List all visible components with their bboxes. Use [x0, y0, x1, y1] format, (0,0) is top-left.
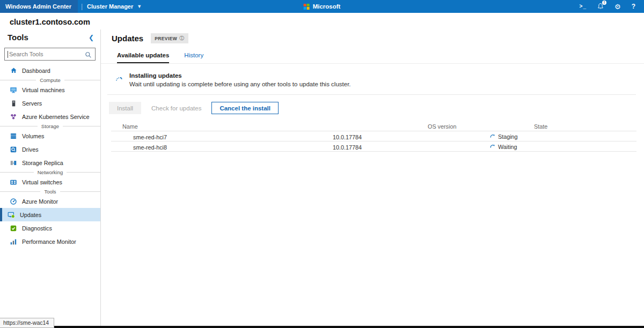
help-icon[interactable]: ? — [632, 3, 635, 10]
top-app-bar: Windows Admin Center | Cluster Manager ▼… — [0, 0, 644, 13]
sidebar-item-label: Volumes — [22, 133, 44, 139]
virtual-machines-icon — [10, 86, 17, 94]
sidebar-title: Tools — [8, 33, 28, 42]
servers-icon — [10, 100, 17, 107]
notifications-bell-icon[interactable]: ! — [597, 3, 604, 11]
tab-history[interactable]: History — [184, 52, 203, 63]
notification-badge: ! — [602, 1, 606, 5]
install-button[interactable]: Install — [109, 102, 141, 114]
search-tools-input[interactable] — [5, 48, 95, 60]
group-label: Storage — [38, 123, 63, 129]
azure-monitor-icon — [10, 198, 17, 205]
tools-sidebar: Tools ❮ DashboardComputeVirtual machines… — [0, 29, 101, 326]
state-label: Waiting — [498, 144, 517, 150]
column-header-name[interactable]: Name — [122, 123, 138, 130]
brand-label: Microsoft — [313, 3, 341, 10]
sidebar-item-label: Storage Replica — [22, 160, 63, 166]
column-header-state[interactable]: State — [534, 123, 547, 130]
cell-state: Staging — [490, 133, 518, 140]
sidebar-item-label: Drives — [22, 146, 39, 153]
sidebar-item-label: Virtual machines — [22, 87, 65, 93]
solution-title[interactable]: Cluster Manager — [87, 3, 133, 10]
updates-icon — [8, 211, 15, 219]
search-tools-box — [4, 48, 96, 61]
spinner-icon — [115, 74, 123, 84]
sidebar-item-storage-replica[interactable]: Storage Replica — [0, 156, 100, 169]
window-bottom-edge — [0, 326, 644, 328]
sidebar-group-compute: Compute — [0, 77, 100, 83]
dashboard-home-icon — [10, 67, 17, 74]
solution-chevron-down-icon[interactable]: ▼ — [137, 4, 142, 9]
sidebar-group-storage: Storage — [0, 123, 100, 129]
group-label: Tools — [40, 189, 60, 195]
preview-badge: PREVIEW ⓘ — [151, 33, 188, 43]
notice-title: Installing updates — [129, 72, 351, 79]
sidebar-collapse-chevron-icon[interactable]: ❮ — [89, 34, 94, 41]
drives-icon — [10, 146, 17, 153]
sidebar-item-servers[interactable]: Servers — [0, 96, 100, 110]
sidebar-item-label: Azure Monitor — [22, 198, 58, 205]
tab-rule — [101, 63, 644, 64]
cell-name: sme-red-hci8 — [133, 144, 167, 151]
sidebar-item-label: Performance Monitor — [22, 238, 76, 245]
notice-description: Wait until updating is complete before u… — [129, 81, 351, 87]
state-spinner-icon — [490, 144, 495, 150]
cell-name: sme-red-hci7 — [133, 134, 167, 140]
powershell-console-icon[interactable]: >_ — [580, 4, 587, 9]
diagnostics-icon — [10, 225, 17, 232]
nodes-update-table: Name OS version State sme-red-hci710.0.1… — [101, 122, 644, 154]
tool-title: Updates — [112, 34, 143, 43]
text-caret — [8, 51, 8, 58]
sidebar-item-label: Azure Kubernetes Service — [22, 114, 89, 120]
cancel-the-install-button[interactable]: Cancel the install — [211, 102, 279, 114]
sidebar-group-networking: Networking — [0, 169, 100, 175]
divider — [107, 94, 636, 95]
sidebar-item-label: Diagnostics — [22, 225, 52, 232]
sidebar-item-performance-monitor[interactable]: Performance Monitor — [0, 235, 100, 248]
updates-main-panel: Updates PREVIEW ⓘ Available updates Hist… — [101, 29, 644, 326]
cell-os-version: 10.0.17784 — [333, 144, 362, 151]
cell-state: Waiting — [490, 144, 517, 150]
sidebar-item-azure-kubernetes-service[interactable]: Azure Kubernetes Service — [0, 110, 100, 123]
tab-bar: Available updates History — [117, 52, 644, 63]
group-label: Networking — [34, 169, 67, 175]
sidebar-item-virtual-switches[interactable]: Virtual switches — [0, 175, 100, 189]
actions-toolbar: Install Check for updates Cancel the ins… — [109, 102, 644, 114]
search-icon[interactable] — [85, 51, 92, 61]
sidebar-item-label: Updates — [20, 212, 41, 218]
check-for-updates-button[interactable]: Check for updates — [143, 102, 209, 114]
sidebar-item-virtual-machines[interactable]: Virtual machines — [0, 83, 100, 96]
browser-status-tooltip: https://sme-wac14 — [0, 318, 54, 328]
microsoft-brand: Microsoft — [304, 0, 341, 13]
cell-os-version: 10.0.17784 — [333, 134, 362, 140]
sidebar-item-label: Servers — [22, 100, 42, 107]
group-label: Compute — [36, 77, 64, 83]
settings-gear-icon[interactable]: ⚙ — [614, 3, 621, 10]
sidebar-item-label: Dashboard — [22, 68, 50, 74]
tab-available-updates[interactable]: Available updates — [117, 52, 169, 63]
microsoft-logo-icon — [304, 4, 310, 10]
sidebar-item-dashboard[interactable]: Dashboard — [0, 64, 100, 77]
app-title[interactable]: Windows Admin Center — [0, 0, 78, 13]
sidebar-item-azure-monitor[interactable]: Azure Monitor — [0, 195, 100, 208]
sidebar-item-updates[interactable]: Updates — [0, 208, 100, 221]
sidebar-item-volumes[interactable]: Volumes — [0, 129, 100, 143]
azure-kubernetes-icon — [10, 113, 17, 121]
state-spinner-icon — [490, 133, 495, 140]
title-separator: | — [81, 3, 83, 10]
storage-replica-icon — [10, 159, 17, 167]
sidebar-item-diagnostics[interactable]: Diagnostics — [0, 221, 100, 235]
state-label: Staging — [498, 133, 518, 140]
performance-monitor-icon — [10, 238, 17, 245]
column-header-os-version[interactable]: OS version — [428, 123, 456, 130]
installing-updates-notice: Installing updates Wait until updating i… — [115, 72, 644, 87]
volumes-icon — [10, 132, 17, 140]
tools-nav: DashboardComputeVirtual machinesServersA… — [0, 64, 100, 248]
sidebar-group-tools: Tools — [0, 189, 100, 195]
sidebar-item-label: Virtual switches — [22, 179, 62, 185]
virtual-switches-icon — [10, 178, 17, 186]
page-title-cluster-name: cluster1.contoso.com — [0, 13, 644, 26]
info-icon[interactable]: ⓘ — [179, 35, 184, 42]
sidebar-item-drives[interactable]: Drives — [0, 143, 100, 156]
